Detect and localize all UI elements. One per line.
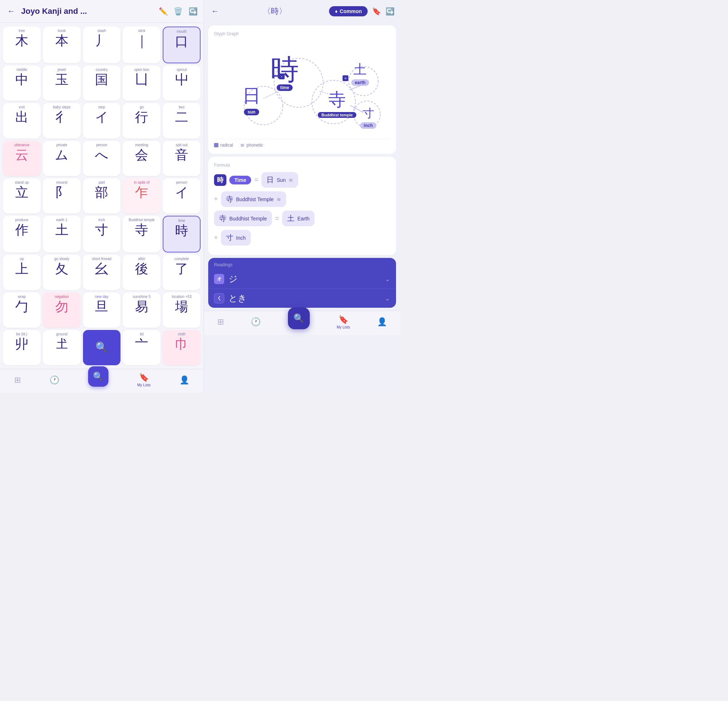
back-button-left[interactable]: ←	[6, 5, 17, 17]
nav-history-right[interactable]: 🕐	[251, 317, 261, 327]
kanji-card[interactable]: middle中	[3, 65, 41, 101]
sun-glyph-char: 日	[243, 84, 261, 108]
kanji-card[interactable]: 🔍	[83, 330, 121, 365]
kanji-card-label: ground	[56, 332, 67, 336]
kanji-card-char: 場	[175, 299, 188, 314]
kanji-card[interactable]: be (lit.)丱	[3, 330, 41, 365]
share-icon[interactable]: ↪️	[189, 7, 198, 16]
kanji-card[interactable]: tree木	[3, 27, 41, 63]
kanji-card[interactable]: location +53場	[163, 293, 201, 328]
kanji-card-label: tree	[19, 29, 25, 33]
formula-sun-kanji: 日	[266, 175, 274, 185]
kanji-card[interactable]: produce作	[3, 216, 41, 252]
glyph-section: Glyph Graph 時 time 日	[208, 26, 396, 154]
kanji-card[interactable]: go slowly夂	[43, 255, 81, 290]
kanji-card[interactable]: book本	[43, 27, 81, 63]
search-fab-left[interactable]: 🔍	[88, 366, 108, 387]
common-badge-label: Common	[339, 9, 362, 14]
nav-grid-right[interactable]: ⊞	[217, 317, 224, 327]
kanji-card[interactable]: two二	[163, 103, 201, 138]
kanji-card[interactable]: mouth口	[163, 27, 201, 63]
formula-inch-word: Inch	[236, 235, 246, 241]
kanji-card[interactable]: part部	[83, 178, 121, 213]
kanji-card[interactable]: wrap勹	[3, 293, 41, 328]
kanji-card[interactable]: baby steps彳	[43, 103, 81, 138]
kun-chevron-icon: ⌄	[385, 294, 390, 302]
reading-row-kun[interactable]: く とき ⌄	[208, 289, 396, 308]
formula-temple2-block: 寺 Buddhist Temple	[214, 211, 272, 226]
formula-plus-2: +	[214, 234, 218, 242]
nav-mylists-left[interactable]: 🔖 My Lists	[137, 373, 151, 387]
earth-glyph-char: 土	[354, 61, 367, 79]
nav-grid-left[interactable]: ⊞	[14, 375, 21, 385]
kanji-card[interactable]: exit出	[3, 103, 41, 138]
kanji-card[interactable]: negation勿	[43, 293, 81, 328]
kanji-card[interactable]: earth 1土	[43, 216, 81, 252]
kanji-card[interactable]: mound阝	[43, 178, 81, 213]
history-icon: 🕐	[49, 375, 59, 385]
kanji-card[interactable]: personへ	[83, 141, 121, 176]
kanji-card[interactable]: stand up立	[3, 178, 41, 213]
kanji-card[interactable]: short thread幺	[83, 255, 121, 290]
kanji-card-label: sunshine 5	[133, 295, 150, 299]
bookmark-add-icon[interactable]: 🔖	[372, 7, 381, 16]
kanji-card-label: stand up	[15, 180, 29, 185]
formula-temple-word: Buddhist Temple	[236, 196, 274, 202]
kanji-card-label: two	[179, 105, 185, 109]
kanji-card-char: 云	[15, 148, 28, 162]
kanji-card[interactable]: inch寸	[83, 216, 121, 252]
kanji-card[interactable]: personイ	[163, 178, 201, 213]
kanji-card[interactable]: new day旦	[83, 293, 121, 328]
readings-section: Readings オ ジ ⌄ く とき ⌄	[208, 258, 396, 308]
kanji-card[interactable]: ground𡈽	[43, 330, 81, 365]
search-fab-grid-icon: 🔍	[95, 341, 108, 353]
left-panel: ← Joyo Kanji and ... ✏️ 🗑️ ↪️ tree木book本…	[0, 0, 204, 393]
kanji-card[interactable]: after後	[123, 255, 160, 290]
common-badge[interactable]: ♦ Common	[329, 6, 368, 16]
kanji-card[interactable]: slash丿	[83, 27, 121, 63]
formula-temple-block: 寺 Buddhist Temple ≋	[221, 191, 286, 207]
mylists-icon-right: 🔖	[338, 315, 348, 325]
kanji-card-label: short thread	[92, 257, 111, 261]
kanji-card[interactable]: lid亠	[123, 330, 160, 365]
kanji-card-label: exit	[19, 105, 25, 109]
kanji-card[interactable]: up上	[3, 255, 41, 290]
share-icon-right[interactable]: ↪️	[386, 7, 394, 16]
kanji-card[interactable]: stick｜	[123, 27, 160, 63]
reading-row-on[interactable]: オ ジ ⌄	[208, 270, 396, 289]
delete-icon[interactable]: 🗑️	[173, 7, 183, 16]
temple-glyph-badge: Buddhist temple	[318, 112, 356, 118]
kanji-card[interactable]: cloth巾	[163, 330, 201, 365]
kanji-card[interactable]: meeting会	[123, 141, 160, 176]
kanji-card[interactable]: sunshine 5易	[123, 293, 160, 328]
nav-profile-right[interactable]: 👤	[377, 317, 387, 327]
kanji-card-char: 亠	[135, 337, 148, 351]
kanji-card[interactable]: time時	[163, 216, 201, 252]
kanji-card[interactable]: stepイ	[83, 103, 121, 138]
kanji-card[interactable]: country国	[83, 65, 121, 101]
kanji-card[interactable]: go行	[123, 103, 160, 138]
earth-glyph-badge: earth	[351, 79, 369, 86]
phonetic-indicator-1: ≋	[289, 177, 293, 183]
kanji-card[interactable]: privateム	[43, 141, 81, 176]
radical-dot	[214, 143, 218, 147]
search-fab-right[interactable]: 🔍	[288, 307, 310, 329]
kanji-card[interactable]: utterance云	[3, 141, 41, 176]
back-button-right[interactable]: ←	[209, 5, 221, 17]
kanji-card[interactable]: spit out音	[163, 141, 201, 176]
kanji-card[interactable]: open box凵	[123, 65, 160, 101]
formula-temple2-kanji: 寺	[219, 213, 227, 224]
kanji-card[interactable]: in spite of乍	[123, 178, 160, 213]
kanji-card[interactable]: complete了	[163, 255, 201, 290]
kanji-card-char: 𡈽	[55, 337, 68, 351]
kanji-card[interactable]: Buddhist temple寺	[123, 216, 160, 252]
kanji-card-char: 出	[15, 110, 28, 124]
kanji-card[interactable]: sprout屮	[163, 65, 201, 101]
glyph-graph-label: Glyph Graph	[214, 31, 390, 36]
nav-history-left[interactable]: 🕐	[49, 375, 59, 385]
edit-icon[interactable]: ✏️	[159, 7, 168, 16]
nav-mylists-right[interactable]: 🔖 My Lists	[337, 315, 350, 329]
header-actions: ✏️ 🗑️ ↪️	[159, 7, 198, 16]
kanji-card[interactable]: jewel玉	[43, 65, 81, 101]
nav-profile-left[interactable]: 👤	[179, 375, 189, 385]
